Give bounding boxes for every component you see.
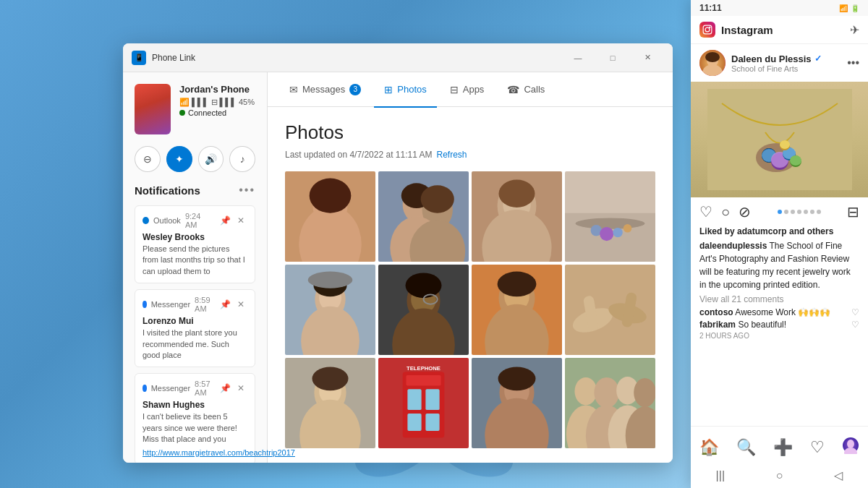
tab-apps[interactable]: ⊟ Apps [440,78,495,101]
ig-profile-button[interactable] [836,434,865,461]
outlook-dot [142,217,149,224]
photo-10[interactable]: TELEPHONE [378,358,469,448]
maximize-button[interactable]: □ [596,47,629,69]
calls-tab-label: Calls [524,84,545,95]
ig-post-actions: ♡ ○ ⊘ ⊟ [691,197,868,226]
ig-time: 11:11 [699,3,722,13]
close-button[interactable]: ✕ [631,47,664,69]
ig-share-button[interactable]: ⊘ [739,203,751,221]
apps-tab-icon: ⊟ [450,84,459,95]
refresh-link[interactable]: Refresh [437,150,467,160]
mute-button[interactable]: ⊖ [135,146,161,172]
messages-badge: 3 [349,84,361,95]
svg-point-99 [847,440,854,448]
tab-calls[interactable]: ☎ Calls [497,78,555,101]
ig-paper-plane-button[interactable]: ✈ [850,23,859,37]
ig-search-button[interactable]: 🔍 [731,435,762,460]
ig-bookmark-button[interactable]: ⊟ [847,203,859,221]
notif-app-row-1: Outlook 9:24 AM 📌 ✕ [142,212,247,229]
phone-battery: 📶 ▌▌▌ ⊟ ▌▌▌ 45% [179,98,255,107]
bluetooth-button[interactable]: ✦ [166,146,192,172]
photo-5[interactable] [285,265,375,355]
connected-dot [179,110,185,116]
ig-subtitle: School of Fine Arts [731,64,841,73]
ig-app-header: Instagram ✈ [691,16,868,44]
photo-12[interactable] [565,358,655,448]
photos-meta: Last updated on 4/7/2022 at 11:11 AM Ref… [285,150,655,160]
tab-messages[interactable]: ✉ Messages 3 [279,78,371,101]
ig-dot-2 [784,210,788,214]
ig-sys-back[interactable]: ||| [699,469,742,482]
window-body: Jordan's Phone 📶 ▌▌▌ ⊟ ▌▌▌ 45% Connected… [123,72,673,463]
photo-4[interactable] [565,171,655,262]
svg-point-15 [421,185,454,213]
notif-app-row-2: Messenger 8:59 AM 📌 ✕ [142,296,247,313]
nav-tabs: ✉ Messages 3 ⊞ Photos ⊟ Apps ☎ Calls [268,72,673,107]
ig-post-header: Daleen du Plessis ✓ School of Fine Arts … [691,44,868,82]
ig-comment-user-2: fabrikam [699,320,736,330]
ig-add-button[interactable]: ➕ [767,435,799,460]
ig-sys-home[interactable]: ○ [757,469,801,482]
notif-app-row-3: Messenger 8:57 AM 📌 ✕ [142,380,247,397]
instagram-app-name: Instagram [721,24,844,36]
photo-11[interactable] [472,358,562,448]
ig-comment-text-2: fabrikam So beautiful! [699,320,851,330]
photo-3[interactable] [472,171,562,262]
svg-point-20 [499,180,535,207]
photo-9[interactable] [285,358,375,448]
volume-button[interactable]: 🔊 [198,146,224,172]
ig-caption: daleenduplessis The School of Fine Art's… [699,239,859,291]
svg-rect-60 [425,389,439,410]
ig-like-button[interactable]: ♡ [699,203,712,221]
notif-pin-1[interactable]: 📌 [218,214,231,227]
ig-status-icons: 📶 🔋 [839,4,859,12]
svg-point-25 [600,227,613,241]
notif-time-3: 8:57 AM [195,380,211,397]
notifications-header: Notifications ••• [135,184,255,197]
ig-comment-button[interactable]: ○ [721,204,730,221]
ig-view-comments[interactable]: View all 21 comments [699,294,859,304]
svg-point-70 [574,377,597,405]
signal-icon: 📶 [839,4,848,12]
window-controls: — □ ✕ [561,47,664,69]
messenger-dot-2 [142,385,147,392]
notif-link-3[interactable]: http://www.margietravel.com/beachtrip201… [142,448,295,457]
notif-time-2: 8:59 AM [195,296,211,313]
notif-pin-2[interactable]: 📌 [218,298,231,311]
photo-7[interactable] [472,265,562,355]
messages-tab-icon: ✉ [289,84,298,95]
ig-home-button[interactable]: 🏠 [694,435,725,460]
photos-heading: Photos [285,121,655,144]
music-button[interactable]: ♪ [229,146,255,172]
notif-close-2[interactable]: ✕ [234,298,247,311]
window-titlebar: 📱 Phone Link — □ ✕ [123,43,673,72]
ig-heart-button[interactable]: ♡ [804,435,830,460]
ig-comment-like-2[interactable]: ♡ [851,320,859,330]
notif-pin-3[interactable]: 📌 [218,382,231,395]
ig-sys-recents[interactable]: ◁ [817,468,860,482]
notif-text-3: I can't believe its been 5 years since w… [142,411,247,445]
notif-close-3[interactable]: ✕ [234,382,247,395]
photo-6[interactable] [378,265,469,355]
svg-point-55 [312,367,349,391]
ig-comment-like-1[interactable]: ♡ [851,307,859,317]
ig-post-more-button[interactable]: ••• [847,56,859,69]
notif-text-2: I visited the plant store you recommende… [142,328,247,361]
instagram-app-icon [699,22,715,38]
notifications-more-button[interactable]: ••• [239,184,255,197]
calls-tab-icon: ☎ [507,84,519,95]
notif-close-1[interactable]: ✕ [234,214,247,227]
tab-photos[interactable]: ⊞ Photos [374,78,436,101]
photo-8[interactable] [565,265,655,355]
ig-dot-1 [778,210,782,214]
photo-1[interactable] [285,171,375,262]
svg-rect-78 [703,25,712,34]
notifications-title: Notifications [135,184,200,197]
minimize-button[interactable]: — [561,47,595,69]
notif-sender-2: Lorenzo Mui [142,316,247,326]
quick-actions: ⊖ ✦ 🔊 ♪ [135,146,255,172]
ig-carousel-dots [760,210,838,214]
photo-2[interactable] [378,171,469,262]
ig-dot-3 [791,210,795,214]
ig-main-image [691,82,868,197]
